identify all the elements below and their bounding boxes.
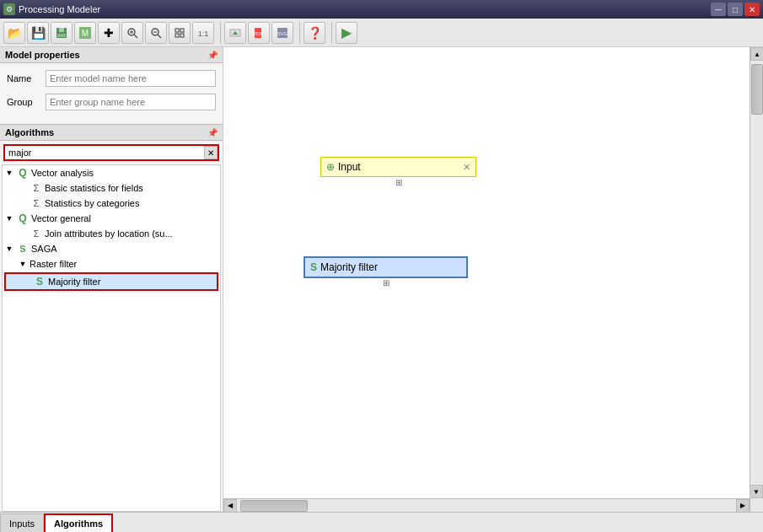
label-stats-categories: Statistics by categories [45, 198, 140, 208]
svg-text:PDF: PDF [253, 31, 263, 36]
algorithm-tree[interactable]: ▼ Q Vector analysis Σ Basic statistics f… [2, 164, 221, 512]
svg-rect-2 [57, 34, 66, 37]
label-join-attrs: Join attributes by location (su... [45, 228, 173, 239]
vertical-scroll-thumb[interactable] [751, 64, 763, 115]
tree-item-raster-filter[interactable]: ▼ Raster filter [3, 256, 220, 271]
save-button[interactable]: 💾 [27, 22, 49, 44]
group-input[interactable] [46, 94, 216, 110]
vertical-scrollbar[interactable]: ▲ ▼ [750, 47, 763, 512]
tab-algorithms-label: Algorithms [54, 519, 103, 529]
left-panel: Model properties 📌 Name Group Algorithms… [0, 47, 223, 512]
export-pdf-button[interactable]: PDF [248, 22, 270, 44]
tree-item-vector-analysis[interactable]: ▼ Q Vector analysis [3, 165, 220, 180]
svg-line-6 [134, 35, 137, 38]
open-button[interactable]: 📂 [3, 22, 25, 44]
separator-2 [297, 22, 300, 44]
label-raster-filter: Raster filter [30, 259, 77, 269]
algorithms-pin-icon[interactable]: 📌 [207, 128, 218, 137]
name-input[interactable] [46, 70, 216, 87]
tab-inputs-label: Inputs [9, 519, 35, 529]
tree-item-majority-filter[interactable]: S Majority filter [4, 272, 218, 291]
majority-node-label: Majority filter [320, 261, 378, 273]
close-button[interactable]: ✕ [744, 3, 760, 16]
icon-vector-general: Q [16, 212, 30, 225]
tree-item-stats-categories[interactable]: Σ Statistics by categories [3, 196, 220, 211]
canvas-node-majority[interactable]: S Majority filter ⊞ [304, 256, 468, 278]
toolbar: 📂 💾 M ✚ 1:1 PDF SVG ❓ ▶ [0, 19, 763, 47]
maximize-button[interactable]: □ [728, 3, 743, 16]
tab-inputs[interactable]: Inputs [0, 513, 44, 532]
label-saga: SAGA [31, 244, 57, 254]
majority-node-expand-icon[interactable]: ⊞ [383, 278, 390, 287]
majority-node-icon: S [310, 261, 317, 273]
label-vector-analysis: Vector analysis [31, 168, 94, 178]
tree-item-join-attrs[interactable]: Σ Join attributes by location (su... [3, 226, 220, 241]
tree-item-vector-general[interactable]: ▼ Q Vector general [3, 211, 220, 226]
svg-rect-1 [59, 28, 64, 32]
horizontal-scroll-thumb[interactable] [240, 500, 308, 512]
search-clear-button[interactable]: ✕ [204, 146, 218, 159]
app-title: Processing Modeler [19, 4, 100, 14]
model-icon-button[interactable]: M [74, 22, 96, 44]
svg-text:M: M [82, 29, 89, 38]
scroll-down-button[interactable]: ▼ [750, 485, 763, 498]
label-basic-stats: Basic statistics for fields [45, 183, 143, 193]
bottom-tabs: Inputs Algorithms [0, 512, 763, 532]
scroll-up-button[interactable]: ▲ [750, 47, 763, 61]
horizontal-scrollbar[interactable]: ◀ ▶ [223, 498, 750, 512]
search-row: ✕ [0, 141, 223, 164]
svg-rect-14 [180, 29, 184, 32]
icon-basic-stats: Σ [30, 181, 43, 195]
algorithms-header: Algorithms 📌 [0, 124, 223, 141]
input-node-expand-icon[interactable]: ⊞ [395, 178, 402, 187]
help-button[interactable]: ❓ [304, 22, 325, 44]
zoom-fit-button[interactable] [169, 22, 191, 44]
icon-saga: S [16, 242, 30, 255]
label-majority-filter: Majority filter [48, 277, 100, 287]
save-as-button[interactable] [51, 22, 73, 44]
icon-majority-filter: S [33, 275, 46, 288]
zoom-100-button[interactable]: 1:1 [192, 22, 214, 44]
minimize-button[interactable]: ─ [711, 3, 726, 16]
separator-3 [329, 22, 332, 44]
expander-vector-analysis[interactable]: ▼ [3, 166, 16, 180]
icon-stats-categories: Σ [30, 196, 43, 210]
zoom-in-button[interactable] [121, 22, 143, 44]
icon-join-attrs: Σ [30, 227, 43, 240]
label-vector-general: Vector general [31, 213, 91, 223]
model-properties-body: Name Group [0, 63, 223, 124]
algorithms-title: Algorithms [5, 127, 54, 137]
separator-1 [218, 22, 221, 44]
model-properties-header: Model properties 📌 [0, 47, 223, 63]
export-svg-button[interactable]: SVG [271, 22, 293, 44]
export-image-button[interactable] [224, 22, 246, 44]
svg-line-10 [158, 35, 161, 38]
zoom-out-button[interactable] [145, 22, 167, 44]
scroll-left-button[interactable]: ◀ [223, 499, 237, 513]
run-button[interactable]: ▶ [336, 22, 357, 44]
input-node-close-button[interactable]: ✕ [463, 162, 470, 173]
search-input[interactable] [3, 144, 219, 161]
tree-item-basic-stats[interactable]: Σ Basic statistics for fields [3, 180, 220, 196]
scroll-right-button[interactable]: ▶ [736, 499, 750, 513]
svg-rect-15 [175, 34, 179, 37]
input-node-label: Input [338, 161, 361, 173]
expander-vector-general[interactable]: ▼ [3, 212, 16, 225]
expander-raster-filter[interactable]: ▼ [16, 257, 30, 271]
input-node-icon: ⊕ [326, 161, 335, 173]
name-row: Name [7, 70, 216, 87]
svg-text:SVG: SVG [277, 31, 288, 36]
model-properties-title: Model properties [5, 50, 80, 60]
svg-rect-12 [175, 29, 179, 32]
tree-item-saga[interactable]: ▼ S SAGA [3, 241, 220, 256]
expander-saga[interactable]: ▼ [3, 242, 16, 255]
svg-text:1:1: 1:1 [198, 30, 209, 38]
add-input-button[interactable]: ✚ [98, 22, 120, 44]
svg-rect-13 [180, 34, 184, 37]
tab-algorithms[interactable]: Algorithms [44, 513, 113, 532]
search-wrapper: ✕ [3, 144, 219, 161]
canvas-area[interactable]: ⊕ Input ✕ ⊞ S Majority filter ⊞ ▲ ▼ ◀ ▶ [223, 47, 763, 512]
model-properties-pin-icon[interactable]: 📌 [207, 51, 218, 60]
window-controls: ─ □ ✕ [711, 3, 760, 16]
canvas-node-input[interactable]: ⊕ Input ✕ ⊞ [320, 157, 476, 177]
